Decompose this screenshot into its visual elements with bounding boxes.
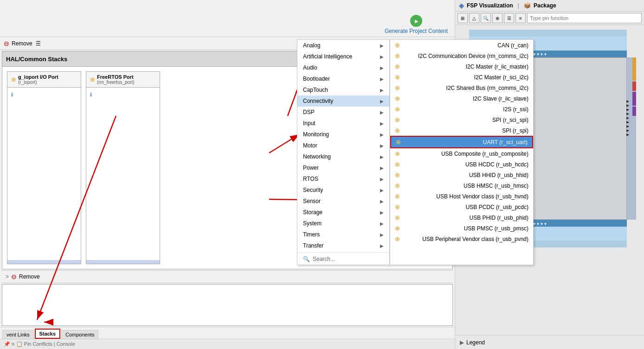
tab-components[interactable]: Components bbox=[61, 330, 98, 339]
usb-pcdc-icon: ⊕ bbox=[395, 203, 400, 210]
package-icon: 📦 bbox=[524, 2, 531, 9]
usb-composite-icon: ⊕ bbox=[395, 150, 400, 157]
submenu-item-can[interactable]: ⊕ CAN (r_can) bbox=[390, 40, 533, 51]
arrow-transfer: ▶ bbox=[380, 243, 384, 248]
menu-item-connectivity[interactable]: Connectivity ▶ bbox=[297, 95, 389, 107]
submenu-item-usb-hhid[interactable]: ⊕ USB HHID (r_usb_hhid) bbox=[390, 170, 533, 180]
submenu-item-i2c-sci[interactable]: ⊕ I2C Master (r_sci_i2c) bbox=[390, 72, 533, 82]
stack-card-body-freertos: ℹ bbox=[86, 88, 160, 260]
pin-function-input[interactable] bbox=[527, 13, 642, 23]
usb-phid-icon: ⊕ bbox=[395, 214, 400, 221]
toolbar-btn-6[interactable]: ≡ bbox=[515, 13, 526, 23]
menu-item-networking[interactable]: Networking ▶ bbox=[297, 151, 389, 162]
menu-item-storage[interactable]: Storage ▶ bbox=[297, 207, 389, 218]
stack-card-body-ioport: ℹ bbox=[7, 88, 81, 260]
toolbar-btn-4[interactable]: ⊕ bbox=[492, 13, 502, 23]
fsp-viz-label: FSP Visualization bbox=[467, 2, 513, 9]
i2c-shared-icon: ⊕ bbox=[395, 84, 400, 91]
arrow-audio: ▶ bbox=[380, 65, 384, 70]
submenu-item-i2c-comms[interactable]: ⊕ I2C Communication Device (rm_comms_i2c… bbox=[390, 51, 533, 61]
toolbar-btn-2[interactable]: △ bbox=[469, 13, 479, 23]
submenu-item-i2c-shared[interactable]: ⊕ I2C Shared Bus (rm_comms_i2c) bbox=[390, 82, 533, 93]
menu-item-security[interactable]: Security ▶ bbox=[297, 184, 389, 196]
usb-pvnd-icon: ⊕ bbox=[395, 235, 400, 242]
submenu-item-usb-composite[interactable]: ⊕ USB Composite (r_usb_composite) bbox=[390, 148, 533, 159]
menu-item-ai[interactable]: Artificial Intelligence ▶ bbox=[297, 51, 389, 62]
arrow-sensor: ▶ bbox=[380, 199, 384, 204]
svg-rect-14 bbox=[632, 92, 636, 106]
stack-card-footer-freertos bbox=[86, 260, 160, 264]
generate-project-btn[interactable]: Generate Project Content bbox=[385, 15, 448, 34]
menu-divider bbox=[297, 252, 389, 253]
menu-item-input[interactable]: Input ▶ bbox=[297, 118, 389, 129]
menu-item-system[interactable]: System ▶ bbox=[297, 218, 389, 229]
menu-item-audio[interactable]: Audio ▶ bbox=[297, 62, 389, 73]
status-bar: 📌 ≡ 📋 Pin Conflicts | Console bbox=[0, 339, 455, 349]
arrow-ai: ▶ bbox=[380, 54, 384, 59]
arrow-networking: ▶ bbox=[380, 154, 384, 159]
svg-rect-12 bbox=[632, 57, 636, 81]
submenu-item-i2s[interactable]: ⊕ I2S (r_ssi) bbox=[390, 104, 533, 114]
menu-search[interactable]: 🔍 Search... bbox=[297, 254, 389, 265]
legend-expand-arrow[interactable]: ▶ bbox=[460, 339, 464, 346]
svg-rect-13 bbox=[632, 82, 636, 91]
menu-item-transfer[interactable]: Transfer ▶ bbox=[297, 240, 389, 251]
submenu-item-i2c-slave[interactable]: ⊕ I2C Slave (r_iic_slave) bbox=[390, 93, 533, 104]
can-icon: ⊕ bbox=[395, 42, 400, 49]
submenu-item-i2c-master[interactable]: ⊕ I2C Master (r_iic_master) bbox=[390, 61, 533, 72]
submenu-item-usb-pvnd[interactable]: ⊕ USB Peripheral Vendor class (r_usb_pvn… bbox=[390, 234, 533, 244]
menu-item-bootloader[interactable]: Bootloader ▶ bbox=[297, 73, 389, 84]
menu-item-sensor[interactable]: Sensor ▶ bbox=[297, 196, 389, 207]
menu-item-timers[interactable]: Timers ▶ bbox=[297, 229, 389, 240]
submenu-item-usb-pmsc[interactable]: ⊕ USB PMSC (r_usb_pmsc) bbox=[390, 223, 533, 234]
submenu-item-spi[interactable]: ⊕ SPI (r_spi) bbox=[390, 125, 533, 136]
toolbar-btn-1[interactable]: ⊞ bbox=[457, 13, 468, 23]
submenu-item-uart[interactable]: ⊕ UART (r_sci_uart) bbox=[390, 136, 533, 148]
arrow-captouch: ▶ bbox=[380, 88, 384, 93]
menu-item-captouch[interactable]: CapTouch ▶ bbox=[297, 84, 389, 95]
menu-item-motor[interactable]: Motor ▶ bbox=[297, 140, 389, 151]
menu-item-analog[interactable]: Analog ▶ bbox=[297, 40, 389, 51]
list-icon: ☰ bbox=[36, 40, 41, 47]
submenu-item-spi-sci[interactable]: ⊕ SPI (r_sci_spi) bbox=[390, 114, 533, 125]
submenu-item-usb-phid[interactable]: ⊕ USB PHID (r_usb_phid) bbox=[390, 212, 533, 223]
toolbar-btn-5[interactable]: ☰ bbox=[504, 13, 514, 23]
bottom-tabs-area: vent Links Stacks Components bbox=[0, 327, 455, 339]
submenu-item-usb-pcdc[interactable]: ⊕ USB PCDC (r_usb_pcdc) bbox=[390, 202, 533, 212]
remove-label-bottom[interactable]: Remove bbox=[19, 273, 40, 280]
fsp-logo-icon: ◈ bbox=[459, 2, 464, 9]
expand-icon: > bbox=[6, 273, 9, 280]
freertos-subtitle: (rm_freertos_port) bbox=[97, 80, 135, 85]
tab-event-links[interactable]: vent Links bbox=[2, 330, 34, 339]
menu-item-rtos[interactable]: RTOS ▶ bbox=[297, 173, 389, 184]
hal-title: HAL/Common Stacks bbox=[6, 56, 67, 63]
submenu-item-usb-hcdc[interactable]: ⊕ USB HCDC (r_usb_hcdc) bbox=[390, 159, 533, 170]
legend-bar: ▶ Legend bbox=[455, 335, 644, 349]
spi-icon: ⊕ bbox=[395, 127, 400, 134]
ioport-title: g_ioport I/O Port bbox=[18, 74, 58, 80]
freertos-icon: ⊕ bbox=[90, 76, 95, 83]
remove-label-top[interactable]: Remove bbox=[12, 40, 32, 47]
stack-card-freertos[interactable]: ⊕ FreeRTOS Port (rm_freertos_port) ℹ bbox=[86, 71, 160, 264]
i2c-comms-icon: ⊕ bbox=[395, 52, 400, 59]
tab-stacks[interactable]: Stacks bbox=[35, 329, 60, 339]
arrow-analog: ▶ bbox=[380, 43, 384, 48]
toolbar-btn-3[interactable]: 🔍 bbox=[481, 13, 491, 23]
menu-item-dsp[interactable]: DSP ▶ bbox=[297, 107, 389, 118]
arrow-security: ▶ bbox=[380, 188, 384, 193]
i2c-slave-icon: ⊕ bbox=[395, 95, 400, 102]
package-label: Package bbox=[534, 2, 556, 9]
generate-label: Generate Project Content bbox=[385, 28, 448, 34]
menu-item-power[interactable]: Power ▶ bbox=[297, 162, 389, 173]
legend-label: Legend bbox=[466, 339, 485, 346]
submenu-item-usb-hvnd[interactable]: ⊕ USB Host Vendor class (r_usb_hvnd) bbox=[390, 191, 533, 202]
stack-card-ioport[interactable]: ⊕ g_ioport I/O Port (r_ioport) ℹ bbox=[7, 71, 81, 264]
uart-icon: ⊕ bbox=[396, 139, 401, 146]
usb-hhid-icon: ⊕ bbox=[395, 171, 400, 178]
menu-item-monitoring[interactable]: Monitoring ▶ bbox=[297, 129, 389, 140]
arrow-system: ▶ bbox=[380, 221, 384, 226]
submenu-item-usb-hmsc[interactable]: ⊕ USB HMSC (r_usb_hmsc) bbox=[390, 180, 533, 191]
arrow-timers: ▶ bbox=[380, 232, 384, 237]
stack-card-header-freertos: ⊕ FreeRTOS Port (rm_freertos_port) bbox=[86, 72, 160, 88]
generate-icon bbox=[410, 15, 422, 27]
